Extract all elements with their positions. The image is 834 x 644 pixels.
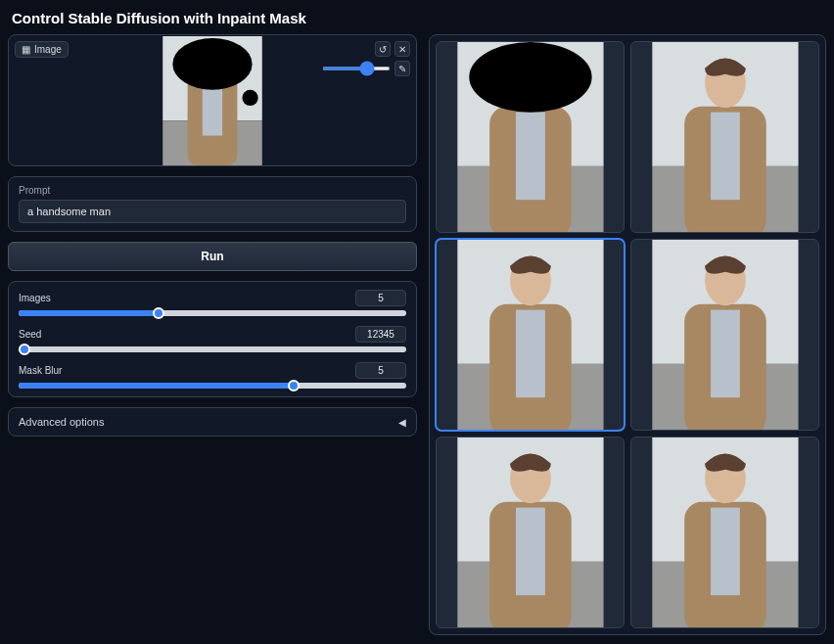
brush-icon[interactable]: ✎ [394, 61, 410, 76]
gallery-image [641, 42, 810, 232]
gallery-image [446, 42, 615, 232]
image-tab[interactable]: ▦ Image [15, 41, 69, 58]
images-value[interactable] [355, 290, 406, 306]
prompt-label: Prompt [19, 185, 406, 196]
svg-rect-19 [516, 310, 545, 398]
seed-label: Seed [19, 329, 41, 340]
gallery-item-0[interactable] [436, 41, 625, 233]
gallery-image [446, 437, 615, 627]
gallery-item-1[interactable] [630, 41, 819, 233]
advanced-options-toggle[interactable]: Advanced options ◀ [8, 407, 417, 437]
svg-rect-34 [711, 508, 740, 596]
page-title: Control Stable Diffusion with Inpaint Ma… [0, 0, 834, 34]
gallery-image [641, 437, 810, 627]
image-editor-panel[interactable]: ▦ Image ↺ ✕ ✎ [8, 34, 417, 166]
gallery-item-4[interactable] [436, 437, 625, 628]
image-icon: ▦ [22, 44, 30, 55]
svg-rect-14 [711, 113, 740, 201]
svg-rect-24 [711, 310, 740, 398]
gallery-item-2[interactable] [436, 239, 625, 431]
seed-value[interactable] [355, 326, 406, 343]
brush-size-slider[interactable] [322, 67, 391, 70]
gallery-item-5[interactable] [630, 437, 819, 628]
svg-point-4 [172, 38, 252, 90]
svg-rect-29 [516, 508, 545, 596]
svg-point-5 [242, 89, 257, 105]
prompt-panel: Prompt [8, 176, 417, 232]
mask-blur-label: Mask Blur [19, 365, 62, 376]
mask-blur-slider-group: Mask Blur [19, 362, 406, 389]
svg-rect-9 [516, 113, 545, 201]
gallery-item-3[interactable] [630, 239, 819, 431]
gallery-panel [429, 34, 826, 635]
source-image [158, 36, 267, 165]
advanced-options-label: Advanced options [19, 416, 104, 428]
images-slider[interactable] [19, 310, 406, 316]
undo-icon[interactable]: ↺ [375, 41, 391, 57]
gallery-image [446, 240, 615, 430]
run-button[interactable]: Run [8, 242, 417, 271]
seed-slider-group: Seed [19, 326, 406, 352]
mask-blur-value[interactable] [355, 362, 406, 379]
image-canvas[interactable] [158, 41, 267, 160]
image-tab-label: Image [34, 44, 62, 55]
images-label: Images [19, 293, 51, 303]
images-slider-group: Images [19, 290, 406, 316]
svg-point-10 [469, 42, 591, 113]
gallery-image [641, 240, 810, 430]
sliders-panel: Images Seed Ma [8, 281, 417, 397]
prompt-input[interactable] [19, 200, 406, 223]
seed-slider[interactable] [19, 346, 406, 352]
mask-blur-slider[interactable] [19, 383, 406, 389]
clear-icon[interactable]: ✕ [394, 41, 410, 57]
caret-left-icon: ◀ [398, 417, 406, 428]
